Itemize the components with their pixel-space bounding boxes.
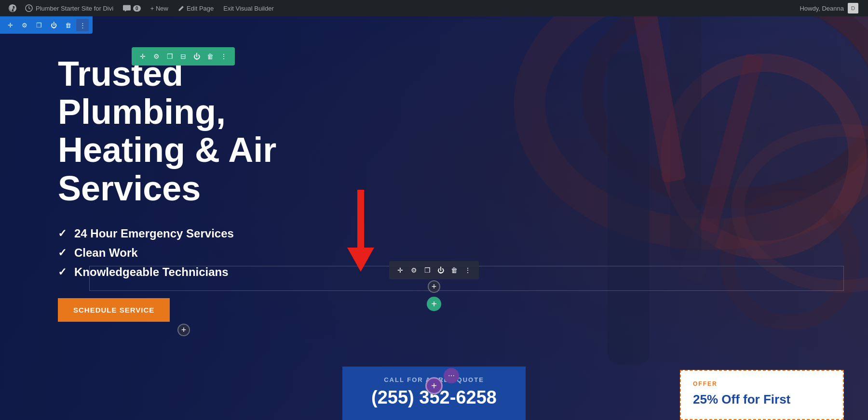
adminbar-site-name[interactable]: Plumber Starter Site for Divi [20,0,118,16]
section-more-btn[interactable]: ⋮ [217,50,230,63]
red-arrow [347,190,374,272]
module-settings-btn[interactable]: ⚙ [18,19,31,31]
adminbar-comments[interactable]: 0 [118,0,146,16]
checklist-item-2: ✓ Clean Work [58,246,338,260]
section-toolbar: ✛ ⚙ ❒ ⊟ ⏻ 🗑 ⋮ [132,47,235,66]
module-delete-btn[interactable]: 🗑 [62,19,74,31]
section-delete-btn[interactable]: 🗑 [204,50,217,63]
adminbar-right: Howdy, Deanna D [795,0,863,16]
checklist-item-1: ✓ 24 Hour Emergency Services [58,227,338,240]
checklist-item-3: ✓ Knowledgeable Technicians [58,265,338,279]
dots-menu: ⋯ [444,368,459,383]
purple-add-button[interactable]: + [425,377,443,394]
dots-menu-button[interactable]: ⋯ [444,368,459,383]
section-move-btn[interactable]: ✛ [136,50,149,63]
module-copy-btn[interactable]: ❒ [33,19,45,31]
offer-title: 25% Off for First [693,392,831,407]
hero-section: ✛ ⚙ ❒ ⊟ ⏻ 🗑 ⋮ Trusted Plumbing, Heating … [0,16,868,420]
add-row-button-left[interactable]: + [177,324,190,336]
offer-label: OFFER [693,381,831,387]
module-toolbar: ✛ ⚙ ❒ ⏻ 🗑 ⋮ [0,16,93,34]
section-settings-btn[interactable]: ⚙ [150,50,163,63]
adminbar-exit-builder[interactable]: Exit Visual Builder [218,0,279,16]
check-icon-1: ✓ [58,227,67,240]
schedule-service-button[interactable]: SCHEDULE SERVICE [58,298,170,322]
module-move-btn[interactable]: ✛ [4,19,16,31]
hero-content: ✛ ⚙ ❒ ⊟ ⏻ 🗑 ⋮ Trusted Plumbing, Heating … [0,16,366,341]
row-toggle-btn[interactable]: ⏻ [434,264,447,276]
hero-checklist: ✓ 24 Hour Emergency Services ✓ Clean Wor… [58,227,338,279]
module-more-btn[interactable]: ⋮ [76,19,89,31]
section-copy-btn[interactable]: ❒ [163,50,176,63]
module-toggle-btn[interactable]: ⏻ [47,19,60,31]
section-toggle-btn[interactable]: ⏻ [190,50,203,63]
adminbar-user[interactable]: Howdy, Deanna D [795,0,863,16]
page-wrapper: ✛ ⚙ ❒ ⊟ ⏻ 🗑 ⋮ Trusted Plumbing, Heating … [0,16,868,420]
wp-logo[interactable] [5,0,20,16]
check-icon-3: ✓ [58,266,67,278]
purple-plus-wrapper: + [425,377,443,394]
section-columns-btn[interactable]: ⊟ [177,50,190,63]
row-delete-btn[interactable]: 🗑 [448,264,461,276]
avatar: D [848,3,858,13]
arrow-head [347,248,374,272]
check-icon-2: ✓ [58,247,67,259]
add-section-button[interactable]: + [427,297,441,311]
admin-bar: Plumber Starter Site for Divi 0 + New Ed… [0,0,868,16]
adminbar-edit-page[interactable]: Edit Page [173,0,218,16]
adminbar-new[interactable]: + New [146,0,173,16]
row-move-btn[interactable]: ✛ [394,264,407,276]
add-row-button[interactable]: + [428,280,440,293]
row-toolbar: ✛ ⚙ ❒ ⏻ 🗑 ⋮ [389,261,479,279]
row-more-btn[interactable]: ⋮ [461,264,474,276]
offer-section: OFFER 25% Off for First [680,370,844,420]
row-settings-btn[interactable]: ⚙ [407,264,420,276]
row-copy-btn[interactable]: ❒ [421,264,434,276]
hero-title: Trusted Plumbing, Heating & Air Services [58,55,338,208]
arrow-shaft [357,190,364,248]
